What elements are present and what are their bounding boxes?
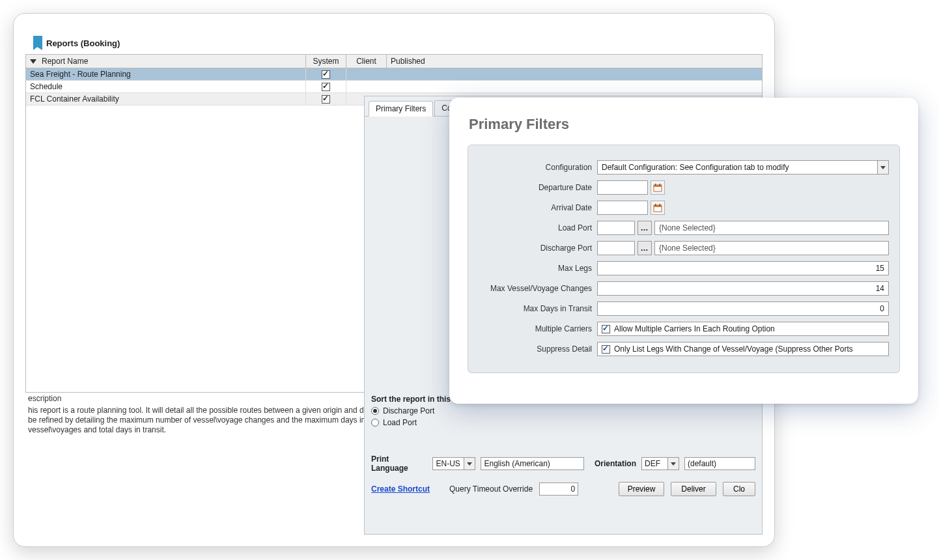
close-button[interactable]: Clo <box>723 482 755 496</box>
sort-discharge-port[interactable]: Discharge Port <box>371 406 755 415</box>
label-configuration: Configuration <box>479 163 597 172</box>
orientation-label: Orientation <box>595 459 636 468</box>
sort-load-port[interactable]: Load Port <box>371 418 755 427</box>
configuration-dropdown[interactable]: Default Configuration: See Configuration… <box>597 160 889 175</box>
page-header: Reports (Booking) <box>25 33 763 54</box>
deliver-button[interactable]: Deliver <box>671 482 716 496</box>
qto-input[interactable]: 0 <box>539 483 578 496</box>
orientation-name-field[interactable]: (default) <box>684 457 755 470</box>
checkbox-icon <box>322 70 330 79</box>
chevron-down-icon <box>667 457 679 470</box>
col-published[interactable]: Published <box>387 55 427 68</box>
label-max-legs: Max Legs <box>479 264 597 273</box>
lang-name-field[interactable]: English (American) <box>481 457 584 470</box>
row-name: Sea Freight - Route Planning <box>26 68 306 80</box>
svg-rect-6 <box>655 204 656 206</box>
label-departure-date: Departure Date <box>479 183 597 192</box>
table-header: Report Name System Client Published <box>26 55 762 68</box>
max-dit-input[interactable]: 0 <box>597 301 889 316</box>
label-arrival-date: Arrival Date <box>479 203 597 212</box>
print-language-label: Print Language <box>371 455 427 473</box>
row-system-check <box>306 81 346 92</box>
load-port-code-input[interactable] <box>597 221 635 235</box>
radio-icon <box>371 407 379 415</box>
discharge-port-name-field[interactable]: {None Selected} <box>654 241 889 255</box>
load-port-name-field[interactable]: {None Selected} <box>654 221 889 235</box>
calendar-icon[interactable] <box>651 201 665 215</box>
qto-label: Query Timeout Override <box>449 484 533 494</box>
discharge-port-code-input[interactable] <box>597 241 635 255</box>
col-system[interactable]: System <box>306 55 346 68</box>
filters-form: Configuration Default Configuration: See… <box>468 145 900 373</box>
radio-label: Load Port <box>383 418 417 427</box>
col-report-name[interactable]: Report Name <box>26 55 306 68</box>
svg-rect-7 <box>660 204 661 206</box>
checkbox-icon <box>602 345 610 354</box>
table-row[interactable]: Sea Freight - Route Planning <box>26 68 762 81</box>
row-name: FCL Container Availability <box>26 93 306 105</box>
label-max-vv: Max Vessel/Voyage Changes <box>479 284 597 293</box>
max-vv-input[interactable]: 14 <box>597 281 889 296</box>
row-system-check <box>306 68 346 80</box>
ellipsis-button[interactable]: … <box>638 241 652 255</box>
label-load-port: Load Port <box>479 223 597 232</box>
label-suppress-detail: Suppress Detail <box>479 344 597 354</box>
svg-rect-1 <box>654 185 662 187</box>
action-bar: Create Shortcut Query Timeout Override 0… <box>371 482 755 496</box>
radio-icon <box>371 419 379 427</box>
checkbox-icon <box>322 83 330 91</box>
primary-filters-popup: Primary Filters Configuration Default Co… <box>449 98 918 404</box>
preview-button[interactable]: Preview <box>619 482 664 496</box>
label-discharge-port: Discharge Port <box>479 244 597 253</box>
svg-rect-2 <box>655 184 656 186</box>
max-legs-input[interactable]: 15 <box>597 261 889 275</box>
tab-primary-filters[interactable]: Primary Filters <box>369 101 433 117</box>
radio-label: Discharge Port <box>383 406 434 415</box>
multiple-carriers-checkbox[interactable]: Allow Multiple Carriers In Each Routing … <box>597 322 889 336</box>
svg-rect-5 <box>654 205 662 207</box>
popup-title: Primary Filters <box>469 116 900 133</box>
label-multiple-carriers: Multiple Carriers <box>479 324 597 333</box>
table-row[interactable]: Schedule <box>26 81 762 93</box>
suppress-detail-checkbox[interactable]: Only List Legs With Change of Vessel/Voy… <box>597 342 889 356</box>
col-client[interactable]: Client <box>346 55 387 68</box>
calendar-icon[interactable] <box>651 180 665 195</box>
checkbox-icon <box>602 325 610 333</box>
departure-date-input[interactable] <box>597 180 648 195</box>
row-name: Schedule <box>26 81 306 92</box>
lang-code-dropdown[interactable]: EN-US <box>432 457 475 470</box>
page-title: Reports (Booking) <box>46 38 120 48</box>
label-max-dit: Max Days in Transit <box>479 304 597 313</box>
chevron-down-icon <box>464 457 475 470</box>
flag-icon <box>33 36 42 50</box>
chevron-down-icon <box>877 160 889 175</box>
print-bar: Print Language EN-US English (American) … <box>371 455 755 473</box>
create-shortcut-link[interactable]: Create Shortcut <box>371 484 430 494</box>
row-system-check <box>306 93 346 105</box>
svg-rect-3 <box>660 184 661 186</box>
checkbox-icon <box>322 95 330 104</box>
orientation-dropdown[interactable]: DEF <box>641 457 679 470</box>
ellipsis-button[interactable]: … <box>638 221 652 235</box>
sort-desc-icon <box>30 59 36 64</box>
arrival-date-input[interactable] <box>597 201 648 215</box>
